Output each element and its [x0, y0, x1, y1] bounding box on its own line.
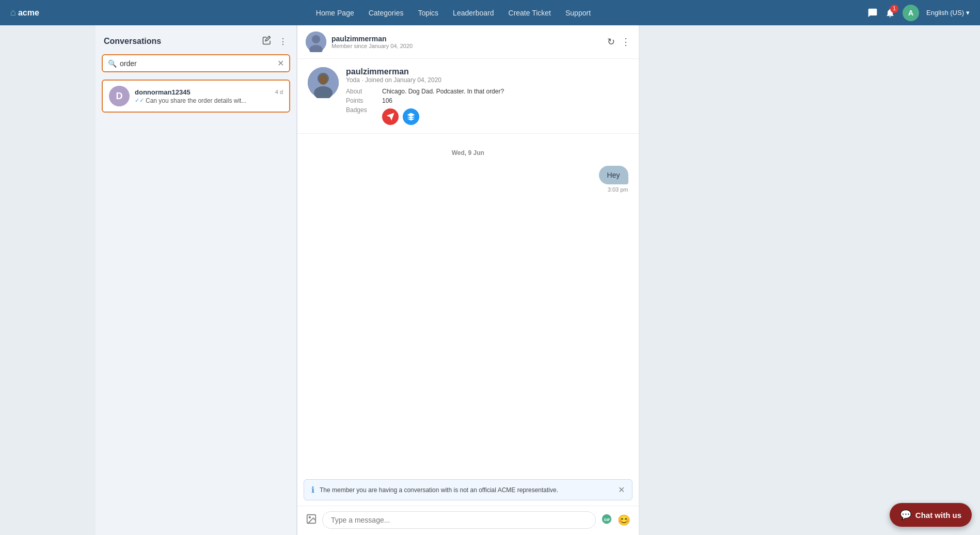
nav-links: Home Page Categories Topics Leaderboard …: [55, 9, 852, 17]
points-label: Points: [346, 97, 377, 104]
points-value: 106: [382, 97, 628, 104]
attach-image-button[interactable]: [306, 513, 317, 527]
emoji-button[interactable]: 😊: [618, 514, 630, 526]
user-profile-card: paulzimmerman Yoda · Joined on January 0…: [297, 59, 639, 134]
profile-top: paulzimmerman Yoda · Joined on January 0…: [308, 67, 628, 125]
profile-details: paulzimmerman Yoda · Joined on January 0…: [346, 67, 628, 125]
chat-header-avatar: [306, 32, 326, 52]
search-icon: 🔍: [108, 59, 117, 68]
chat-more-button[interactable]: ⋮: [621, 36, 630, 48]
right-spacer: [639, 25, 981, 535]
svg-text:GIF: GIF: [604, 517, 610, 522]
search-box: 🔍 ✕: [102, 54, 290, 72]
profile-avatar: [308, 67, 339, 98]
chat-user-info: paulzimmerman Member since January 04, 2…: [331, 35, 413, 49]
logo[interactable]: ⌂ acme: [10, 7, 39, 18]
refresh-button[interactable]: ↻: [607, 36, 615, 48]
nav-home-page[interactable]: Home Page: [316, 9, 354, 17]
badge-pink: [382, 108, 399, 125]
conversations-title: Conversations: [104, 37, 161, 46]
search-clear-button[interactable]: ✕: [277, 58, 284, 68]
badges-row: [382, 108, 628, 125]
message-time: 3:03 pm: [608, 186, 628, 193]
read-receipt-icon: ✓✓: [135, 97, 144, 104]
nav-leaderboard[interactable]: Leaderboard: [453, 9, 494, 17]
new-conversation-icon[interactable]: [261, 35, 273, 48]
top-navigation: ⌂ acme Home Page Categories Topics Leade…: [0, 0, 980, 25]
svg-point-8: [309, 516, 310, 518]
chat-username: paulzimmerman: [331, 35, 413, 43]
message-input[interactable]: [322, 511, 596, 529]
conversation-username: donnorman12345: [135, 88, 191, 96]
search-input[interactable]: [120, 59, 277, 68]
svg-point-1: [312, 35, 320, 43]
conversation-preview: ✓✓ Can you share the order details wit..…: [135, 97, 283, 104]
conversation-avatar: D: [109, 86, 130, 106]
language-selector[interactable]: English (US) ▾: [926, 9, 970, 17]
nav-support[interactable]: Support: [565, 9, 591, 17]
about-value: Chicago. Dog Dad. Podcaster. In that ord…: [382, 88, 628, 95]
logo-icon: ⌂: [10, 7, 16, 18]
svg-rect-6: [319, 74, 327, 85]
warning-text: The member you are having a conversation…: [320, 486, 558, 494]
main-layout: Conversations ⋮ 🔍 ✕ D donnorman12: [0, 25, 980, 535]
conversation-time: 4 d: [275, 89, 283, 95]
warning-banner: ℹ The member you are having a conversati…: [304, 479, 633, 500]
warning-close-button[interactable]: ✕: [618, 485, 625, 495]
date-label: Wed, 9 Jun: [308, 149, 628, 156]
profile-meta: About Chicago. Dog Dad. Podcaster. In th…: [346, 88, 628, 125]
message-row: Hey 3:03 pm: [308, 166, 628, 193]
user-avatar-button[interactable]: A: [903, 5, 919, 21]
nav-right: 1 A English (US) ▾: [867, 5, 970, 21]
conversation-info: donnorman12345 4 d ✓✓ Can you share the …: [135, 88, 283, 104]
chat-panel: paulzimmerman Member since January 04, 2…: [297, 25, 639, 535]
conversations-panel: Conversations ⋮ 🔍 ✕ D donnorman12: [96, 25, 297, 535]
conversations-header-icons: ⋮: [261, 35, 288, 48]
conversation-item[interactable]: D donnorman12345 4 d ✓✓ Can you share th…: [102, 80, 290, 113]
nav-create-ticket[interactable]: Create Ticket: [509, 9, 551, 17]
messages-area: Wed, 9 Jun Hey 3:03 pm: [297, 134, 639, 479]
chat-header: paulzimmerman Member since January 04, 2…: [297, 25, 639, 59]
conversations-more-icon[interactable]: ⋮: [278, 36, 288, 48]
chat-with-us-button[interactable]: 💬 Chat with us: [890, 503, 972, 527]
about-label: About: [346, 88, 377, 95]
conversations-header: Conversations ⋮: [96, 25, 296, 54]
conversation-name-row: donnorman12345 4 d: [135, 88, 283, 96]
badges-label: Badges: [346, 106, 377, 125]
nav-topics[interactable]: Topics: [418, 9, 438, 17]
chat-header-user: paulzimmerman Member since January 04, 2…: [306, 32, 413, 52]
chat-member-since: Member since January 04, 2020: [331, 43, 413, 49]
messages-icon-button[interactable]: [867, 8, 878, 18]
notification-badge: 1: [890, 5, 898, 13]
profile-username: paulzimmerman: [346, 67, 628, 76]
gif-button[interactable]: GIF: [601, 513, 612, 527]
chevron-down-icon: ▾: [966, 9, 970, 17]
badge-blue: [403, 108, 419, 125]
nav-categories[interactable]: Categories: [369, 9, 404, 17]
warning-info-icon: ℹ: [311, 485, 314, 495]
message-bubble-wrapper: Hey 3:03 pm: [599, 166, 628, 193]
notifications-icon-button[interactable]: 1: [885, 8, 895, 18]
message-input-row: GIF 😊: [297, 506, 639, 535]
profile-role: Yoda · Joined on January 04, 2020: [346, 76, 628, 84]
chat-bubble-icon: 💬: [900, 509, 911, 521]
chat-header-actions: ↻ ⋮: [607, 36, 630, 48]
chat-with-us-label: Chat with us: [915, 511, 961, 520]
message-bubble: Hey: [599, 166, 628, 184]
